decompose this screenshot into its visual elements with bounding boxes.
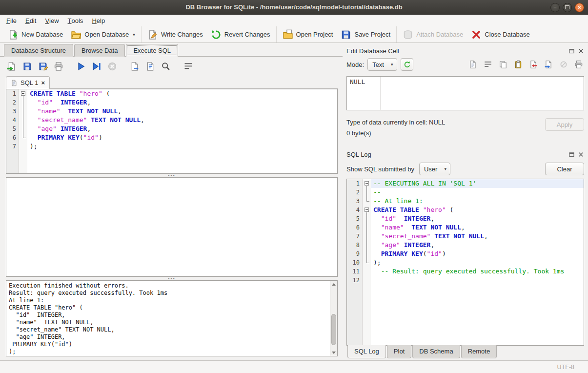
- line-number: 5: [6, 124, 16, 133]
- dropdown-caret-icon[interactable]: ▾: [133, 32, 135, 37]
- tab-database-structure[interactable]: Database Structure: [4, 44, 73, 57]
- refresh-mode-icon: [403, 61, 411, 68]
- close-button[interactable]: [575, 3, 584, 12]
- sql-tab[interactable]: SQL 1 ×: [6, 76, 50, 89]
- tab-browse-data[interactable]: Browse Data: [74, 44, 125, 57]
- titlebar[interactable]: DB Browser for SQLite - /home/user/code/…: [0, 0, 588, 15]
- menu-edit[interactable]: Edit: [21, 15, 41, 26]
- copy-button[interactable]: [498, 59, 508, 70]
- sql-log-view[interactable]: 123456789101112-- EXECUTING ALL IN 'SQL …: [346, 179, 584, 346]
- edit-cell-header: Edit Database Cell: [346, 45, 584, 57]
- float-dock-icon[interactable]: [568, 151, 575, 158]
- text-document-button[interactable]: [467, 59, 478, 70]
- toolbar-button-open-database[interactable]: Open Database▾: [67, 28, 139, 41]
- fold-guide: [363, 267, 371, 276]
- export-results-icon: [130, 62, 140, 71]
- line-number: 1: [347, 179, 360, 188]
- vertical-scrollbar[interactable]: [330, 281, 337, 356]
- line-number: 8: [347, 241, 360, 249]
- toolbar-button-write-changes[interactable]: Write Changes: [143, 28, 207, 41]
- code-line: "age" INTEGER,: [30, 124, 337, 133]
- log-filter-label: Show SQL submitted by: [346, 166, 414, 173]
- fold-marker[interactable]: [363, 179, 371, 188]
- toolbar-button-attach-database: Attach Database: [399, 28, 467, 41]
- save-file-as-button[interactable]: [37, 61, 49, 72]
- splitter-handle[interactable]: •••: [6, 277, 338, 280]
- dock-tab-db-schema[interactable]: DB Schema: [412, 345, 460, 358]
- splitter-handle[interactable]: •••: [6, 174, 338, 177]
- fold-guide: [363, 249, 371, 258]
- menu-view[interactable]: View: [41, 15, 63, 26]
- scroll-down-arrow-icon[interactable]: [330, 349, 337, 356]
- toolbar-button-save-project[interactable]: Save Project: [337, 28, 394, 41]
- export-results-button[interactable]: [129, 61, 141, 72]
- fold-marker[interactable]: [363, 206, 371, 214]
- menu-tools[interactable]: Tools: [63, 15, 88, 26]
- minimize-button[interactable]: [550, 3, 560, 12]
- text-document-icon: [468, 60, 477, 69]
- export-file-button[interactable]: [543, 59, 554, 70]
- code-line: "age" INTEGER,: [373, 241, 584, 249]
- maximize-button[interactable]: [563, 3, 572, 12]
- line-number: 1: [6, 89, 16, 98]
- execute-sql-panel: SQL 1 × 1234567CREATE TABLE "hero" ( "id…: [0, 57, 343, 360]
- dock-tab-sql-log[interactable]: SQL Log: [347, 345, 386, 358]
- scrollbar-thumb[interactable]: [331, 314, 336, 346]
- code-line: [373, 276, 584, 285]
- paste-button[interactable]: [513, 59, 524, 70]
- close-dock-icon[interactable]: [578, 151, 584, 158]
- output-line: "name" TEXT NOT NULL,: [9, 319, 328, 326]
- tab-close-icon[interactable]: ×: [41, 80, 45, 86]
- sql-tab-label: SQL 1: [20, 79, 38, 86]
- open-file-button[interactable]: [6, 61, 18, 72]
- close-dock-icon[interactable]: [578, 48, 584, 54]
- code-line: PRIMARY KEY("id"): [373, 249, 584, 258]
- mode-label: Mode:: [346, 61, 364, 68]
- word-wrap-icon: [484, 60, 492, 69]
- fold-box-icon: [365, 207, 369, 212]
- word-wrap-button[interactable]: [182, 61, 194, 72]
- toolbar-button-new-database[interactable]: New Database: [4, 28, 67, 41]
- output-line: "secret_name" TEXT NOT NULL,: [9, 326, 328, 333]
- window-controls: [550, 0, 584, 15]
- toolbar-button-label: Write Changes: [161, 31, 203, 38]
- code-line: CREATE TABLE "hero" (: [30, 89, 337, 98]
- cell-value-editor[interactable]: NULL: [346, 76, 584, 110]
- fold-marker[interactable]: [19, 89, 27, 98]
- line-number-gutter: 1234567: [6, 89, 19, 173]
- toolbar-button-revert-changes[interactable]: Revert Changes: [207, 28, 274, 41]
- dock-tab-remote[interactable]: Remote: [461, 345, 497, 358]
- word-wrap-button[interactable]: [483, 59, 493, 70]
- sql-tab-bar: SQL 1 ×: [6, 74, 338, 89]
- execute-all-button[interactable]: [75, 61, 87, 72]
- execute-line-icon: [92, 62, 101, 71]
- format-sql-button[interactable]: [144, 61, 156, 72]
- toolbar-button-close-database[interactable]: Close Database: [467, 28, 534, 41]
- save-file-button[interactable]: [21, 61, 33, 72]
- float-dock-icon[interactable]: [568, 48, 575, 54]
- clear-log-button[interactable]: Clear: [545, 163, 584, 175]
- dock-tabs: SQL LogPlotDB SchemaRemote: [346, 346, 584, 360]
- edit-cell-toolbar: Mode: Text ▾: [346, 57, 584, 72]
- import-file-button[interactable]: [528, 59, 539, 70]
- close-db-icon: [471, 29, 482, 40]
- menu-file[interactable]: File: [2, 15, 21, 26]
- print-button[interactable]: [53, 61, 64, 72]
- toolbar-button-open-project[interactable]: Open Project: [279, 28, 337, 41]
- print-button[interactable]: [573, 59, 584, 70]
- execute-line-button[interactable]: [91, 61, 102, 72]
- execution-output[interactable]: Execution finished without errors.Result…: [6, 280, 338, 356]
- log-filter-select[interactable]: User ▾: [419, 163, 450, 175]
- refresh-mode-button[interactable]: [401, 58, 413, 71]
- dock-tab-plot[interactable]: Plot: [387, 345, 411, 358]
- find-replace-button[interactable]: [160, 61, 172, 72]
- print-icon: [574, 60, 583, 69]
- sql-editor[interactable]: 1234567CREATE TABLE "hero" ( "id" INTEGE…: [6, 89, 338, 174]
- menu-help[interactable]: Help: [87, 15, 109, 26]
- code-line: );: [373, 258, 584, 267]
- mode-select[interactable]: Text ▾: [367, 58, 397, 71]
- tab-execute-sql[interactable]: Execute SQL: [126, 44, 178, 57]
- scroll-up-arrow-icon[interactable]: [330, 281, 337, 288]
- fold-margin: [363, 179, 371, 345]
- results-grid[interactable]: [6, 177, 338, 277]
